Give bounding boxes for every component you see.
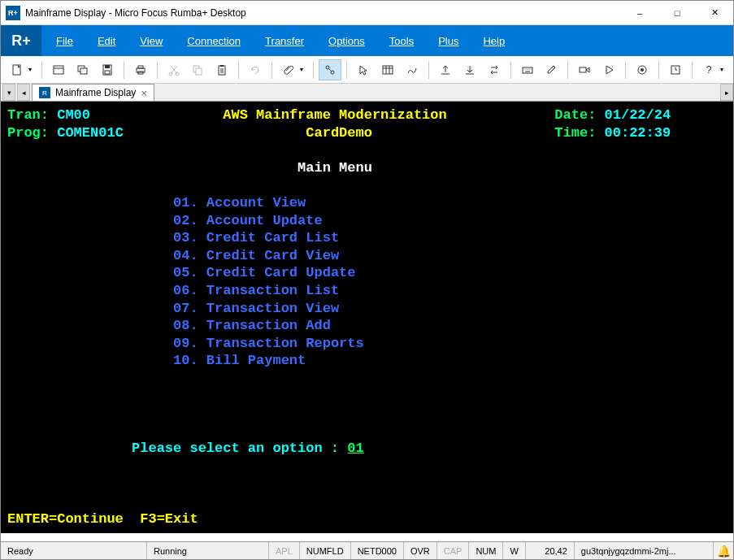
- status-apl: APL: [269, 542, 300, 559]
- tab-scroll-left[interactable]: ◂: [17, 84, 30, 101]
- tab-close-icon[interactable]: ×: [141, 87, 147, 99]
- status-cursor: 20,42: [526, 542, 575, 559]
- paste-icon[interactable]: [211, 59, 233, 80]
- status-cap: CAP: [437, 542, 470, 559]
- grid-icon[interactable]: [376, 59, 399, 80]
- keyboard-icon[interactable]: [516, 59, 539, 80]
- status-ovr: OVR: [404, 542, 437, 559]
- cascade-icon[interactable]: [72, 59, 94, 80]
- tab-icon: R: [39, 87, 50, 98]
- svg-point-32: [527, 68, 528, 69]
- status-running: Running: [147, 542, 269, 559]
- menu-tools[interactable]: Tools: [389, 35, 414, 47]
- terminal-screen: Tran: CM00 AWS Mainframe Modernization D…: [7, 106, 727, 527]
- status-num: NUM: [469, 542, 503, 559]
- menu-view[interactable]: View: [140, 35, 163, 47]
- svg-rect-29: [523, 67, 532, 73]
- copy-icon: [187, 59, 210, 80]
- swap-icon[interactable]: [483, 59, 506, 80]
- play-icon[interactable]: [597, 59, 620, 80]
- window-title: Mainframe Display - Micro Focus Rumba+ D…: [25, 7, 621, 19]
- new-button[interactable]: [6, 59, 28, 80]
- tab-mainframe-display[interactable]: R Mainframe Display ×: [32, 84, 154, 101]
- tabstrip: ▾ ◂ R Mainframe Display × ▸: [1, 84, 733, 102]
- toolbar: ▾ ▾ ? ▾: [1, 56, 733, 84]
- status-host: gu3tqnjygqzdmmi-2mj...: [575, 542, 714, 559]
- cursor-icon[interactable]: [352, 59, 375, 80]
- tab-scroll-right[interactable]: ▸: [720, 84, 733, 101]
- status-netd: NETD000: [351, 542, 404, 559]
- signal-icon[interactable]: [401, 59, 423, 80]
- svg-rect-4: [80, 68, 87, 74]
- svg-line-22: [329, 68, 332, 71]
- cut-icon: [163, 59, 185, 80]
- status-numfld: NUMFLD: [300, 542, 351, 559]
- undo-icon: [244, 59, 267, 80]
- app-icon: R+: [6, 6, 20, 20]
- svg-rect-23: [383, 66, 393, 74]
- svg-point-34: [530, 68, 531, 69]
- download-icon[interactable]: [458, 59, 481, 80]
- status-w: W: [503, 542, 525, 559]
- menu-options[interactable]: Options: [328, 35, 365, 47]
- clock-icon[interactable]: [664, 59, 687, 80]
- menu-plus[interactable]: Plus: [438, 35, 458, 47]
- svg-text:?: ?: [706, 64, 712, 76]
- svg-rect-36: [580, 67, 586, 72]
- connect-icon[interactable]: [319, 59, 341, 80]
- new-dropdown[interactable]: ▾: [28, 66, 37, 73]
- svg-point-20: [326, 66, 329, 69]
- menu-help[interactable]: Help: [483, 35, 505, 47]
- menu-connection[interactable]: Connection: [187, 35, 241, 47]
- print-icon[interactable]: [129, 59, 152, 80]
- target-icon[interactable]: [631, 59, 654, 80]
- status-ready: Ready: [1, 542, 147, 559]
- svg-rect-1: [54, 66, 63, 74]
- svg-rect-16: [220, 65, 224, 67]
- record-icon[interactable]: [573, 59, 596, 80]
- svg-rect-14: [196, 68, 202, 75]
- notifications-icon[interactable]: 🔔: [714, 542, 733, 559]
- menu-transfer[interactable]: Transfer: [265, 35, 304, 47]
- attach-icon[interactable]: [277, 59, 300, 80]
- menu-edit[interactable]: Edit: [98, 35, 115, 47]
- terminal-area[interactable]: Tran: CM00 AWS Mainframe Modernization D…: [1, 102, 733, 533]
- svg-point-31: [525, 68, 526, 69]
- svg-point-21: [331, 71, 334, 74]
- statusbar: Ready Running APL NUMFLD NETD000 OVR CAP…: [1, 541, 733, 559]
- svg-rect-7: [105, 71, 110, 74]
- svg-point-30: [523, 68, 524, 69]
- close-button[interactable]: ✕: [696, 1, 733, 25]
- titlebar: R+ Mainframe Display - Micro Focus Rumba…: [1, 1, 733, 25]
- help-icon[interactable]: ?: [697, 59, 720, 80]
- menubar: R+ File Edit View Connection Transfer Op…: [1, 25, 733, 56]
- help-dropdown[interactable]: ▾: [720, 66, 728, 73]
- eyedropper-icon[interactable]: [541, 59, 563, 80]
- tab-label: Mainframe Display: [55, 87, 136, 98]
- attach-dropdown[interactable]: ▾: [300, 66, 308, 73]
- minimize-button[interactable]: –: [621, 1, 658, 25]
- tab-menu-button[interactable]: ▾: [2, 84, 15, 101]
- svg-point-33: [528, 68, 529, 69]
- window-blank-icon[interactable]: [47, 59, 70, 80]
- svg-point-38: [641, 68, 644, 72]
- save-icon[interactable]: [96, 59, 119, 80]
- menu-file[interactable]: File: [56, 35, 73, 47]
- upload-icon[interactable]: [434, 59, 457, 80]
- brand-badge: R+: [1, 25, 41, 56]
- maximize-button[interactable]: □: [658, 1, 696, 25]
- svg-rect-9: [138, 66, 143, 68]
- svg-rect-6: [105, 65, 110, 68]
